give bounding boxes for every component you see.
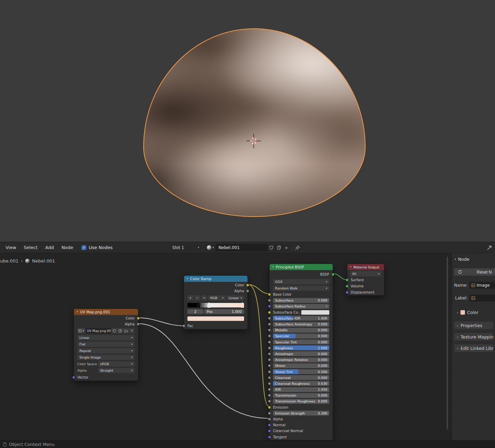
- socket-metallic-input[interactable]: [268, 328, 271, 332]
- node-color-ramp[interactable]: ▾ Color Ramp Color Alpha + − ▾ RGB ▾: [184, 275, 248, 330]
- node-header-color-ramp[interactable]: ▾ Color Ramp: [184, 276, 248, 282]
- socket-tangent-input[interactable]: [268, 436, 271, 439]
- ramp-stop-0[interactable]: [197, 302, 200, 308]
- socket-volume-input[interactable]: [346, 285, 349, 288]
- slider-anisotropic-rotation[interactable]: Anisotropic Rotation0.000: [273, 358, 329, 362]
- output-target-dropdown[interactable]: All ▾: [350, 271, 381, 276]
- stop-index-field[interactable]: 2: [187, 309, 203, 314]
- menu-select[interactable]: Select: [20, 244, 41, 251]
- dropdown-subsurface-radius[interactable]: Subsurface Radius▾: [273, 304, 329, 309]
- alpha-mode-dropdown[interactable]: Straight ▾: [98, 368, 135, 373]
- selected-dome-mesh[interactable]: [143, 28, 366, 217]
- uv-dropdown-flat[interactable]: Flat▾: [77, 342, 135, 347]
- slider-roughness[interactable]: Roughness1.000: [273, 345, 329, 350]
- socket-subsurface-anisotropy-input[interactable]: [268, 323, 271, 326]
- material-name-field[interactable]: Nebel.001: [216, 244, 267, 251]
- add-stop-button[interactable]: +: [187, 295, 193, 301]
- socket-emission-strength-input[interactable]: [268, 412, 271, 415]
- node-name-field[interactable]: Image: [469, 282, 495, 289]
- image-browse-dropdown[interactable]: ▾: [77, 328, 85, 333]
- panel-properties[interactable]: ›Properties: [454, 321, 494, 330]
- fake-user-shield-button[interactable]: [267, 244, 275, 251]
- socket-subsurface-radius-input[interactable]: [268, 305, 271, 308]
- socket-fac-input[interactable]: [182, 324, 185, 327]
- color-field-subsurface-co[interactable]: [301, 310, 329, 315]
- slider-clearcoat-roughness[interactable]: Clearcoat Roughness0.030: [273, 381, 329, 386]
- node-material-output[interactable]: ▾ Material Output All ▾ SurfaceVolumeDis…: [347, 264, 385, 296]
- node-editor-scrollbar[interactable]: [447, 257, 448, 429]
- socket-alpha-output[interactable]: [246, 289, 249, 293]
- slider-subsurface-ior[interactable]: Subsurface IOR1.400: [273, 316, 329, 321]
- 3d-viewport[interactable]: [0, 0, 495, 242]
- menu-node[interactable]: Node: [58, 244, 77, 251]
- ramp-stop-1[interactable]: [207, 302, 211, 308]
- image-fake-user-button[interactable]: [111, 328, 117, 333]
- socket-surface-input[interactable]: [346, 278, 349, 282]
- image-name-field[interactable]: UV Map.png.001: [86, 328, 111, 333]
- collapse-chevron-icon[interactable]: ▾: [350, 266, 351, 268]
- slider-specular[interactable]: Specular0.500: [273, 334, 329, 339]
- ramp-stop-2[interactable]: [241, 302, 244, 308]
- socket-alpha-input[interactable]: [268, 418, 271, 421]
- menu-view[interactable]: View: [2, 244, 20, 251]
- image-unlink-button[interactable]: ×: [129, 328, 135, 333]
- color-ramp-gradient[interactable]: [187, 303, 244, 307]
- color-mode-dropdown[interactable]: RGB ▾: [208, 295, 226, 301]
- socket-sheen-input[interactable]: [268, 364, 271, 367]
- socket-normal-input[interactable]: [268, 423, 271, 427]
- menu-add[interactable]: Add: [42, 244, 57, 251]
- slider-metallic[interactable]: Metallic0.000: [273, 328, 329, 333]
- uv-dropdown-linear[interactable]: Linear▾: [77, 335, 135, 340]
- socket-anisotropic-input[interactable]: [268, 352, 271, 355]
- socket-sheen-tint-input[interactable]: [268, 370, 271, 373]
- slider-transmission-roughness[interactable]: Transmission Roughness0.000: [273, 399, 329, 404]
- socket-alpha-output[interactable]: [137, 323, 140, 326]
- editor-corner-action-icon[interactable]: [486, 245, 492, 252]
- slider-sheen[interactable]: Sheen0.000: [273, 363, 329, 368]
- image-open-button[interactable]: [123, 328, 129, 333]
- socket-displacement-input[interactable]: [346, 291, 349, 294]
- socket-subsurface-input[interactable]: [268, 299, 271, 302]
- node-image-texture[interactable]: ▾ UV Map.png.001 Color Alpha ▾ UV Map.pn…: [74, 308, 138, 381]
- panel-edit-linked-libra[interactable]: ›Edit Linked Libra: [454, 344, 494, 352]
- node-label-field[interactable]: [469, 295, 495, 302]
- slider-clearcoat[interactable]: Clearcoat0.000: [273, 375, 329, 380]
- slider-specular-tint[interactable]: Specular Tint0.000: [273, 340, 329, 344]
- socket-transmission-roughness-input[interactable]: [268, 400, 271, 403]
- node-editor-canvas[interactable]: ube.001 › Nebel.001 ▾ UV Map.png.001 Col…: [0, 253, 495, 440]
- slider-emission-strength[interactable]: Emission Strength0.300: [273, 411, 329, 416]
- slider-ior[interactable]: IOR1.450: [273, 387, 329, 392]
- slider-transmission[interactable]: Transmission0.000: [273, 393, 329, 398]
- material-slot-dropdown[interactable]: Slot 1 ▾: [170, 244, 202, 251]
- socket-color-output[interactable]: [246, 284, 249, 287]
- socket-clearcoat-roughness-input[interactable]: [268, 382, 271, 385]
- socket-specular-tint-input[interactable]: [268, 341, 271, 344]
- stop-position-slider[interactable]: Pos 1.000: [204, 309, 244, 314]
- socket-base-color-input[interactable]: [268, 293, 271, 296]
- uv-dropdown-repeat[interactable]: Repeat▾: [77, 348, 135, 353]
- collapse-chevron-icon[interactable]: ▾: [272, 266, 274, 268]
- slider-subsurface[interactable]: Subsurface0.000: [273, 298, 329, 303]
- new-material-button[interactable]: [275, 244, 282, 251]
- remove-stop-button[interactable]: −: [194, 295, 200, 301]
- unlink-material-button[interactable]: ×: [282, 244, 290, 251]
- socket-clearcoat-normal-input[interactable]: [268, 429, 271, 432]
- node-panel-tab[interactable]: ▾ Node: [455, 257, 495, 262]
- node-principled-bsdf[interactable]: ▾ Principled BSDF BSDF GGX ▾ Random Walk…: [269, 264, 333, 440]
- stop-color-swatch[interactable]: [187, 316, 244, 321]
- subsurface-method-dropdown[interactable]: Random Walk ▾: [273, 286, 329, 291]
- material-browse-dropdown[interactable]: ▾: [205, 244, 216, 251]
- use-nodes-toggle[interactable]: ✓ Use Nodes: [81, 245, 113, 250]
- reset-node-button[interactable]: Reset N: [454, 268, 495, 276]
- collapse-chevron-icon[interactable]: ▾: [77, 311, 78, 313]
- node-header-material-output[interactable]: ▾ Material Output: [347, 264, 384, 270]
- socket-roughness-input[interactable]: [268, 346, 271, 350]
- socket-color-output[interactable]: [137, 317, 140, 320]
- image-duplicate-button[interactable]: [117, 328, 123, 333]
- panel-texture-mapping[interactable]: ›Texture Mapping: [454, 333, 494, 341]
- socket-emission-input[interactable]: [268, 406, 271, 409]
- uv-dropdown-single-image[interactable]: Single Image▾: [77, 355, 135, 360]
- color-space-dropdown[interactable]: sRGB ▾: [98, 361, 135, 366]
- socket-subsurface-ior-input[interactable]: [268, 317, 271, 320]
- color-section-toggle[interactable]: › Color: [457, 310, 495, 315]
